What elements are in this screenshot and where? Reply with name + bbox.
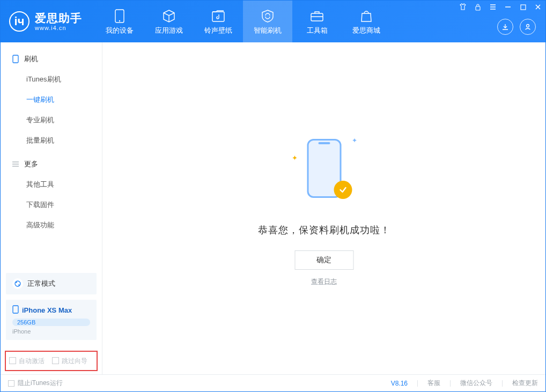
close-button[interactable] bbox=[534, 3, 542, 11]
menu-icon[interactable] bbox=[489, 3, 497, 11]
top-nav: 我的设备 应用游戏 铃声壁纸 智能刷机 工具箱 bbox=[95, 1, 391, 42]
block-itunes-checkbox[interactable]: 阻止iTunes运行 bbox=[8, 379, 63, 388]
svg-point-9 bbox=[16, 282, 17, 283]
download-button[interactable] bbox=[497, 19, 513, 35]
lock-icon[interactable] bbox=[474, 3, 482, 11]
footer: 阻止iTunes运行 V8.16 客服 微信公众号 检查更新 bbox=[1, 374, 545, 391]
svg-rect-11 bbox=[13, 306, 18, 313]
ok-button[interactable]: 确定 bbox=[294, 250, 353, 270]
logo-icon: iч bbox=[9, 11, 29, 32]
app-title: 爱思助手 bbox=[35, 12, 82, 25]
nav-ringtones[interactable]: 铃声壁纸 bbox=[194, 1, 243, 42]
footer-link-update[interactable]: 检查更新 bbox=[512, 379, 538, 388]
svg-rect-3 bbox=[311, 13, 323, 21]
sidebar-item-download-firmware[interactable]: 下载固件 bbox=[1, 195, 102, 215]
version-label: V8.16 bbox=[391, 380, 408, 387]
sidebar-item-itunes-flash[interactable]: iTunes刷机 bbox=[1, 69, 102, 90]
sidebar-item-pro-flash[interactable]: 专业刷机 bbox=[1, 110, 102, 130]
svg-point-10 bbox=[18, 284, 19, 285]
user-button[interactable] bbox=[520, 19, 536, 35]
device-icon bbox=[11, 55, 20, 63]
skip-guide-checkbox[interactable]: 跳过向导 bbox=[52, 356, 87, 366]
nav-toolbox[interactable]: 工具箱 bbox=[292, 1, 342, 42]
svg-rect-4 bbox=[476, 6, 480, 10]
auto-activate-checkbox[interactable]: 自动激活 bbox=[9, 356, 45, 366]
svg-rect-2 bbox=[212, 12, 224, 21]
sidebar-item-advanced[interactable]: 高级功能 bbox=[1, 215, 102, 235]
device-type: iPhone bbox=[12, 328, 90, 335]
sidebar-item-batch-flash[interactable]: 批量刷机 bbox=[1, 130, 102, 151]
music-folder-icon bbox=[212, 8, 225, 24]
svg-point-1 bbox=[119, 20, 120, 21]
sidebar-item-other-tools[interactable]: 其他工具 bbox=[1, 174, 102, 195]
sidebar: 刷机 iTunes刷机 一键刷机 专业刷机 批量刷机 更多 其他工具 下载固件 … bbox=[1, 42, 102, 374]
shirt-icon[interactable] bbox=[459, 3, 467, 11]
window-controls bbox=[459, 3, 542, 11]
highlighted-options: 自动激活 跳过向导 bbox=[5, 351, 98, 371]
logo[interactable]: iч 爱思助手 www.i4.cn bbox=[1, 1, 90, 42]
nav-my-device[interactable]: 我的设备 bbox=[95, 1, 144, 42]
sparkle-icon: ✦ bbox=[292, 154, 298, 162]
app-subtitle: www.i4.cn bbox=[35, 25, 82, 32]
success-illustration: ✦ ✦ bbox=[292, 134, 356, 209]
mode-label: 正常模式 bbox=[27, 279, 55, 289]
sidebar-group-more: 更多 bbox=[1, 154, 102, 174]
sidebar-group-flash: 刷机 bbox=[1, 49, 102, 69]
phone-icon bbox=[115, 8, 124, 24]
cube-icon bbox=[162, 8, 176, 24]
success-message: 恭喜您，保资料刷机成功啦！ bbox=[258, 224, 390, 236]
svg-rect-7 bbox=[13, 55, 18, 63]
sparkle-icon: ✦ bbox=[352, 137, 357, 144]
main-content: ✦ ✦ 恭喜您，保资料刷机成功啦！ 确定 查看日志 bbox=[102, 42, 545, 374]
more-icon bbox=[11, 160, 20, 168]
toolbox-icon bbox=[310, 8, 324, 24]
mode-icon bbox=[12, 278, 23, 289]
shopping-bag-icon bbox=[360, 8, 372, 24]
svg-point-8 bbox=[15, 281, 20, 286]
svg-point-6 bbox=[527, 25, 529, 27]
header: iч 爱思助手 www.i4.cn 我的设备 应用游戏 铃声壁纸 bbox=[1, 1, 545, 42]
minimize-button[interactable] bbox=[504, 3, 512, 11]
maximize-button[interactable] bbox=[519, 3, 527, 11]
nav-apps-games[interactable]: 应用游戏 bbox=[144, 1, 194, 42]
footer-link-support[interactable]: 客服 bbox=[427, 379, 440, 388]
nav-store[interactable]: 爱思商城 bbox=[342, 1, 391, 42]
device-phone-icon bbox=[12, 305, 19, 315]
device-card[interactable]: iPhone XS Max 256GB iPhone bbox=[6, 300, 97, 340]
header-actions bbox=[497, 19, 536, 35]
view-log-link[interactable]: 查看日志 bbox=[258, 277, 390, 286]
refresh-shield-icon bbox=[261, 8, 275, 24]
device-capacity: 256GB bbox=[12, 319, 90, 326]
check-icon bbox=[334, 181, 352, 199]
mode-card[interactable]: 正常模式 bbox=[6, 273, 97, 294]
device-name: iPhone XS Max bbox=[22, 306, 72, 314]
sidebar-item-oneclick-flash[interactable]: 一键刷机 bbox=[1, 90, 102, 110]
footer-link-wechat[interactable]: 微信公众号 bbox=[460, 379, 492, 388]
nav-smart-flash[interactable]: 智能刷机 bbox=[243, 1, 292, 42]
svg-rect-5 bbox=[521, 5, 526, 10]
